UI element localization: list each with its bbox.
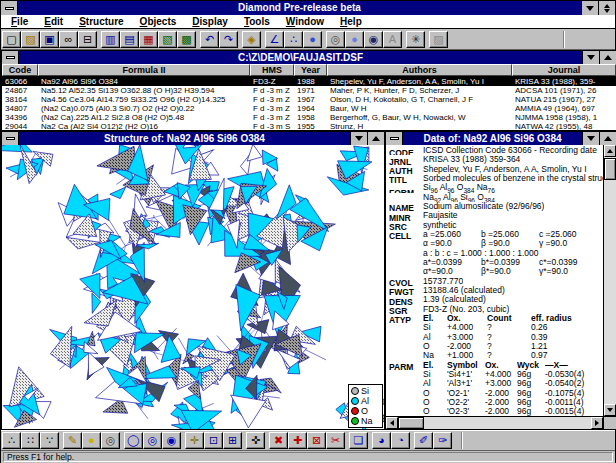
space-filling-icon: ◉ [365,32,382,47]
redo-button[interactable]: ↷ [219,31,238,48]
new-file-button[interactable]: ▢ [2,31,21,48]
data-system-menu-button[interactable] [386,132,403,145]
data-row: CVOL15737.770 [389,277,603,286]
open-circle-button[interactable]: ◎ [101,432,120,449]
column-header-year[interactable]: Year [294,64,327,76]
special-view-button[interactable]: ✳ [406,31,425,48]
document-system-menu-button[interactable] [2,51,19,64]
menu-item-help[interactable]: Help [332,16,370,27]
data-row: Si'Si4+1'+4.00096g-0.0530(4) [389,370,603,379]
minimize-button[interactable] [581,1,598,15]
render-sphere-button[interactable]: ◕ [372,432,391,449]
table-colored-button[interactable]: ▦ [139,31,158,48]
menu-item-file[interactable]: File [3,16,36,27]
column-header-authors[interactable]: Authors [327,64,512,76]
structure-rendering[interactable]: SiAlONa [2,145,384,429]
table-green-button[interactable]: ▩ [177,31,196,48]
document-minimize-button[interactable] [582,51,599,64]
data-row-value: 0.26 [531,323,601,332]
scroll-up-button[interactable] [604,145,616,157]
scroll-right-button[interactable] [591,417,603,429]
delete-atom-button[interactable]: ✖ [269,432,288,449]
toolbar-divider [461,432,463,449]
polygon-dot-button[interactable]: ◎ [143,432,162,449]
column-header-formula-ii[interactable]: Formula II [38,64,250,76]
column-header-code[interactable]: Code [2,64,38,76]
data-minimize-button[interactable] [582,132,599,145]
powder-diagram-button[interactable]: ▧ [158,31,177,48]
pen-atom-tool-button[interactable]: ✑ [433,432,452,449]
structure-maximize-button[interactable] [367,132,384,145]
table-row[interactable]: 34807(Na2 Ca)0.075 (Al0.3 Si0.7) O2 (H2 … [2,104,616,113]
unit-cell-box-button[interactable]: ❏ [349,432,368,449]
menu-item-display[interactable]: Display [184,16,236,27]
vertical-scroll-thumb[interactable] [604,158,616,180]
filled-circle-button[interactable]: ● [82,432,101,449]
find-button[interactable]: ∞ [59,31,78,48]
document-maximize-button[interactable] [599,51,616,64]
restore-button[interactable] [598,1,615,15]
pen-tool-button[interactable]: ✐ [414,432,433,449]
atom-dots-button[interactable]: ∴ [2,432,21,449]
undo-icon: ↶ [201,32,218,47]
print-button[interactable]: ⊟ [78,31,97,48]
data-row-value: Shepelev, Yu F, Anderson, A A, Smolin, Y… [423,165,587,174]
menu-item-structure[interactable]: Structure [71,16,131,27]
data-row-value: —X— [545,361,603,370]
table-row[interactable]: 34396(Na2 Ca).225 Al1.2 Si2.8 O8 (H2 O)5… [2,113,616,122]
cut-bonds-button[interactable]: ✂ [326,432,345,449]
menu-item-tools[interactable]: Tools [236,16,278,27]
table-cells-button[interactable]: ▥ [101,31,120,48]
open-file-button[interactable]: ▨ [21,31,40,48]
scroll-down-button[interactable] [604,404,616,416]
data-maximize-button[interactable] [599,132,616,145]
system-menu-button[interactable] [1,1,18,15]
coordination-sphere-button[interactable]: ● [303,31,322,48]
data-row-value: α =90.0 [423,239,481,248]
data-row-value: +3.000 [447,333,487,342]
cell-frame-button[interactable]: ◎ [326,31,345,48]
vertical-scrollbar[interactable] [603,145,616,416]
structure-system-menu-button[interactable] [2,132,19,145]
delete-bond-button[interactable]: ⊠ [307,432,326,449]
table-data-button[interactable]: ▤ [120,31,139,48]
edit-atom-button[interactable]: ⊡ [204,432,223,449]
space-filling-button[interactable]: ◉ [364,31,383,48]
add-bond-button[interactable]: ✚ [288,432,307,449]
polygon-fill-button[interactable]: ◉ [162,432,181,449]
menu-item-objects[interactable]: Objects [132,16,185,27]
add-atom-button[interactable]: ✛ [185,432,204,449]
structure-minimize-button[interactable] [350,132,367,145]
horizontal-scroll-thumb[interactable] [398,417,424,429]
translate-view-button[interactable]: ✜ [246,432,265,449]
draw-ellipse-button[interactable]: ✎ [63,432,82,449]
zoom-sphere-button[interactable]: ◔ [391,432,410,449]
table-row[interactable]: 38164Na4.56 Ce3.04 Al14.759 Si33.25 O96 … [2,95,616,104]
horizontal-scrollbar[interactable] [386,416,603,429]
data-row-value: O [423,398,447,407]
data-row: JRNLKRISA 33 (1988) 359-364 [389,155,603,164]
menu-item-window[interactable]: Window [278,16,332,27]
atom-labels-button[interactable]: A [383,31,402,48]
molecule-dots-button[interactable]: ∷ [21,432,40,449]
pack-range-button[interactable]: ◈ [242,31,261,48]
toolbar-divider [563,31,565,48]
measure-angle-button[interactable]: ∠ [265,31,284,48]
scroll-left-button[interactable] [386,417,398,429]
table-row[interactable]: 24867Na5.12 Al52.35 Si139 O362.88 (O H)3… [2,86,616,95]
save-file-button[interactable]: ▣ [40,31,59,48]
table-row[interactable]: 63066Na92 Al96 Si96 O384FD3-Z1988Shepele… [2,77,616,86]
connectivity-button[interactable]: ∵ [40,432,59,449]
column-header-hms[interactable]: HMS [250,64,294,76]
data-row: a : b : c = 1.000 : 1.000 : 1.000 [389,249,603,258]
undo-button[interactable]: ↶ [200,31,219,48]
atom-tree-button[interactable]: ⊞ [223,432,242,449]
build-molecule-button[interactable]: ∴ [284,31,303,48]
sphere-mode-button[interactable]: ● [345,31,364,48]
column-header-journal[interactable]: Journal [512,64,616,76]
menu-item-edit[interactable]: Edit [36,16,71,27]
data-row-value: -0.1075(4) [545,389,603,398]
pointer-mode-button[interactable]: ▨ [429,31,448,48]
polygon-open-button[interactable]: ◯ [124,432,143,449]
table-row[interactable]: 29044Na2 Ca (Al2 Si4 O12)2 (H2 O)16F d -… [2,122,616,130]
